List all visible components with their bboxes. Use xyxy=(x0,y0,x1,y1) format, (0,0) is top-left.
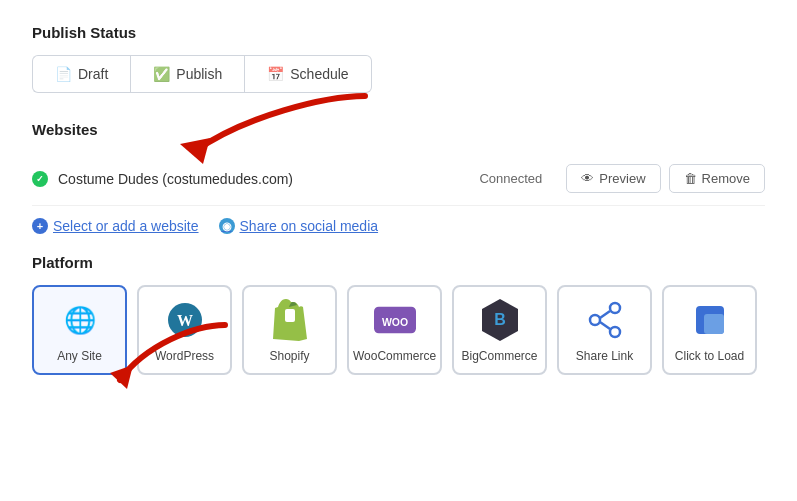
bigcommerce-label: BigCommerce xyxy=(461,349,537,363)
publish-label: Publish xyxy=(176,66,222,82)
platform-share-link[interactable]: Share Link xyxy=(557,285,652,375)
website-actions: 👁 Preview 🗑 Remove xyxy=(566,164,765,193)
svg-point-11 xyxy=(610,327,620,337)
share-icon: ◉ xyxy=(219,218,235,234)
add-icon: + xyxy=(32,218,48,234)
svg-text:W: W xyxy=(177,312,193,329)
schedule-label: Schedule xyxy=(290,66,348,82)
platform-title: Platform xyxy=(32,254,765,271)
publish-icon: ✅ xyxy=(153,66,170,82)
websites-title: Websites xyxy=(32,121,765,138)
svg-text:WOO: WOO xyxy=(381,316,407,328)
website-links-row: + Select or add a website ◉ Share on soc… xyxy=(32,218,765,234)
platform-woocommerce[interactable]: WOO WooCommerce xyxy=(347,285,442,375)
preview-icon: 👁 xyxy=(581,171,594,186)
shopify-label: Shopify xyxy=(269,349,309,363)
connected-status-dot xyxy=(32,171,48,187)
wordpress-label: WordPress xyxy=(155,349,214,363)
svg-rect-15 xyxy=(704,314,724,334)
websites-section: Websites Costume Dudes (costumedudes.com… xyxy=(32,121,765,234)
schedule-icon: 📅 xyxy=(267,66,284,82)
select-add-label: Select or add a website xyxy=(53,218,199,234)
draft-icon: 📄 xyxy=(55,66,72,82)
connected-badge: Connected xyxy=(479,171,542,186)
website-entry: Costume Dudes (costumedudes.com) Connect… xyxy=(32,152,765,206)
website-name: Costume Dudes (costumedudes.com) xyxy=(58,171,479,187)
platform-section: Platform 🌐 Any Site W WordPress xyxy=(32,254,765,375)
platform-any-site[interactable]: 🌐 Any Site xyxy=(32,285,127,375)
svg-point-10 xyxy=(610,303,620,313)
share-link-label: Share Link xyxy=(576,349,633,363)
svg-text:B: B xyxy=(494,311,506,328)
any-site-icon: 🌐 xyxy=(59,299,101,341)
publish-status-buttons: 📄 Draft ✅ Publish 📅 Schedule xyxy=(32,55,765,93)
preview-label: Preview xyxy=(599,171,645,186)
share-link-icon xyxy=(584,299,626,341)
svg-line-12 xyxy=(600,311,610,318)
bigcommerce-icon: B xyxy=(479,299,521,341)
share-social-label: Share on social media xyxy=(240,218,379,234)
share-social-link[interactable]: ◉ Share on social media xyxy=(219,218,379,234)
draft-button[interactable]: 📄 Draft xyxy=(32,55,130,93)
publish-status-title: Publish Status xyxy=(32,24,765,41)
preview-button[interactable]: 👁 Preview xyxy=(566,164,660,193)
platform-grid: 🌐 Any Site W WordPress Shopify xyxy=(32,285,765,375)
svg-rect-4 xyxy=(285,309,295,322)
woocommerce-label: WooCommerce xyxy=(353,349,436,363)
remove-icon: 🗑 xyxy=(684,171,697,186)
svg-point-9 xyxy=(590,315,600,325)
select-add-website-link[interactable]: + Select or add a website xyxy=(32,218,199,234)
platform-click-to-load[interactable]: Click to Load xyxy=(662,285,757,375)
wordpress-icon: W xyxy=(164,299,206,341)
platform-wordpress[interactable]: W WordPress xyxy=(137,285,232,375)
draft-label: Draft xyxy=(78,66,108,82)
publish-button[interactable]: ✅ Publish xyxy=(130,55,245,93)
platform-shopify[interactable]: Shopify xyxy=(242,285,337,375)
remove-button[interactable]: 🗑 Remove xyxy=(669,164,765,193)
click-to-load-icon xyxy=(689,299,731,341)
schedule-button[interactable]: 📅 Schedule xyxy=(245,55,371,93)
platform-bigcommerce[interactable]: B BigCommerce xyxy=(452,285,547,375)
remove-label: Remove xyxy=(702,171,750,186)
woocommerce-icon: WOO xyxy=(374,299,416,341)
shopify-icon xyxy=(269,299,311,341)
svg-line-13 xyxy=(600,322,610,329)
click-to-load-label: Click to Load xyxy=(675,349,744,363)
any-site-label: Any Site xyxy=(57,349,102,363)
